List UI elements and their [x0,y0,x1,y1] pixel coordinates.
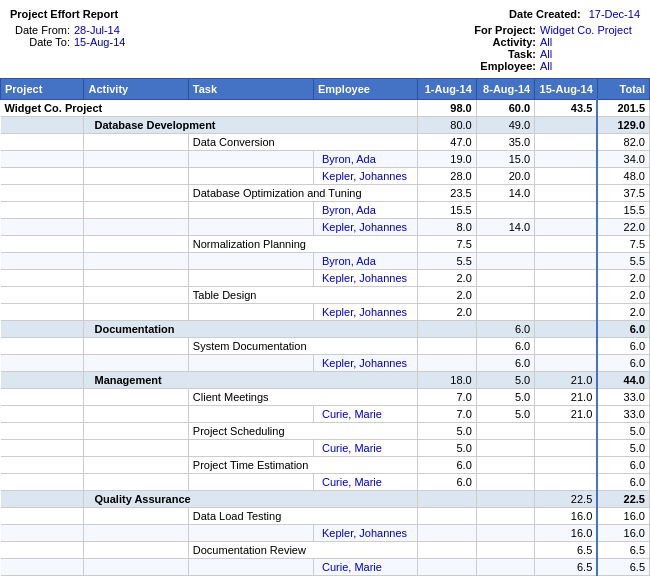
aug15-cell: 21.0 [535,389,598,406]
total-cell: 33.0 [597,389,649,406]
activity-cell-empty [84,219,188,236]
task-cell: Data Conversion [188,134,418,151]
aug1-cell: 6.0 [418,457,476,474]
aug15-cell [535,304,598,321]
col-header-task: Task [188,79,313,100]
task-cell-empty [188,168,313,185]
employee-cell: Curie, Marie [314,559,418,576]
aug8-cell: 14.0 [476,219,534,236]
aug15-cell: 21.0 [535,406,598,423]
project-cell-empty [1,474,84,491]
task-cell: Client Meetings [188,389,418,406]
table-row: Data Load Testing 16.0 16.0 [1,508,650,525]
total-cell: 48.0 [597,168,649,185]
header-right: Date Created: 17-Dec-14 For Project: Wid… [474,8,640,72]
activity-cell-empty [84,202,188,219]
activity-cell: Documentation [84,321,418,338]
activity-cell-empty [84,525,188,542]
table-row: Quality Assurance 22.5 22.5 [1,491,650,508]
project-cell-empty [1,185,84,202]
total-cell: 37.5 [597,185,649,202]
total-cell: 44.0 [597,372,649,389]
total-cell: 16.0 [597,525,649,542]
project-cell: Widget Co. Project [1,100,418,117]
aug15-cell [535,270,598,287]
table-row: Widget Co. Project 98.0 60.0 43.5 201.5 [1,100,650,117]
aug8-cell [476,423,534,440]
aug8-cell: 6.0 [476,338,534,355]
project-cell-empty [1,423,84,440]
date-created-label: Date Created: [509,8,581,20]
total-cell: 16.0 [597,508,649,525]
total-cell: 15.5 [597,202,649,219]
project-cell-empty [1,491,84,508]
aug1-cell: 23.5 [418,185,476,202]
table-row: Kepler, Johannes 28.0 20.0 48.0 [1,168,650,185]
table-row: System Documentation 6.0 6.0 [1,338,650,355]
aug8-cell [476,253,534,270]
activity-cell-empty [84,457,188,474]
activity-cell-empty [84,389,188,406]
aug8-cell [476,304,534,321]
employee-value: All [540,60,640,72]
table-row: Project Scheduling 5.0 5.0 [1,423,650,440]
task-value: All [540,48,640,60]
task-cell-empty [188,270,313,287]
activity-cell-empty [84,134,188,151]
project-cell-empty [1,406,84,423]
aug15-cell: 43.5 [535,100,598,117]
aug15-cell [535,423,598,440]
col-header-project: Project [1,79,84,100]
activity-cell-empty [84,304,188,321]
table-row: Curie, Marie 6.5 6.5 [1,559,650,576]
task-cell-empty [188,151,313,168]
table-row: Project Time Estimation 6.0 6.0 [1,457,650,474]
date-created-value: 17-Dec-14 [589,8,640,20]
col-header-total: Total [597,79,649,100]
table-row: Curie, Marie 7.0 5.0 21.0 33.0 [1,406,650,423]
employee-cell: Byron, Ada [314,202,418,219]
col-header-aug15: 15-Aug-14 [535,79,598,100]
employee-cell: Kepler, Johannes [314,168,418,185]
aug8-cell [476,491,534,508]
activity-cell-empty [84,168,188,185]
aug15-cell [535,202,598,219]
aug1-cell: 7.0 [418,406,476,423]
project-cell-empty [1,389,84,406]
activity-cell-empty [84,185,188,202]
aug15-cell [535,287,598,304]
total-cell: 34.0 [597,151,649,168]
total-cell: 6.0 [597,338,649,355]
table-row: Database Development 80.0 49.0 129.0 [1,117,650,134]
total-cell: 2.0 [597,287,649,304]
project-cell-empty [1,202,84,219]
activity-cell-empty [84,151,188,168]
date-from-label: Date From: [10,24,70,36]
employee-cell: Byron, Ada [314,151,418,168]
project-cell-empty [1,219,84,236]
date-from-row: Date From: 28-Jul-14 [10,24,125,36]
activity-cell-empty [84,406,188,423]
aug8-cell [476,474,534,491]
project-cell-empty [1,270,84,287]
employee-cell: Kepler, Johannes [314,270,418,287]
project-cell-empty [1,559,84,576]
total-cell: 6.0 [597,321,649,338]
project-cell-empty [1,508,84,525]
aug1-cell: 7.5 [418,236,476,253]
date-from-value: 28-Jul-14 [74,24,120,36]
task-cell-empty [188,304,313,321]
project-cell-empty [1,117,84,134]
project-cell-empty [1,134,84,151]
employee-label: Employee: [480,60,536,72]
aug1-cell [418,491,476,508]
aug15-cell: 22.5 [535,491,598,508]
project-cell-empty [1,542,84,559]
task-cell-empty [188,202,313,219]
total-cell: 22.5 [597,491,649,508]
aug1-cell [418,355,476,372]
aug8-cell [476,202,534,219]
task-cell-empty [188,559,313,576]
aug8-cell: 35.0 [476,134,534,151]
aug8-cell [476,457,534,474]
